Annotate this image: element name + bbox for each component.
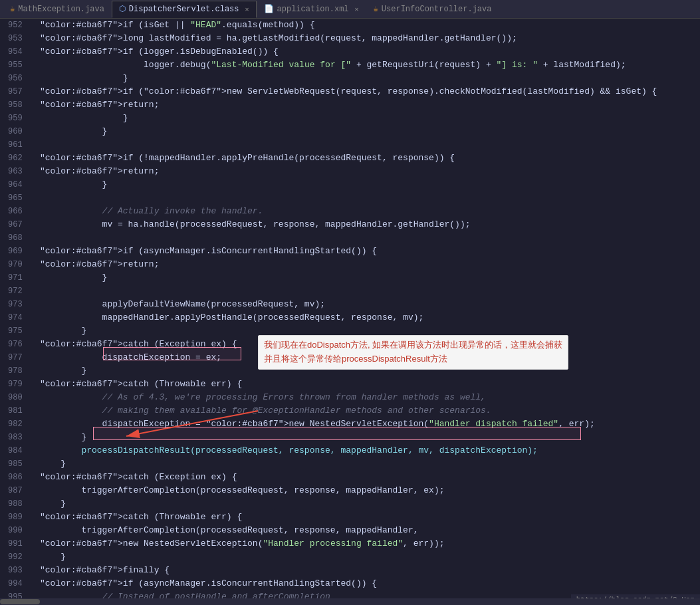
code-line: "color:#cba6f7">return; [40, 165, 700, 178]
code-line: "color:#cba6f7">catch (Throwable err) { [40, 511, 700, 524]
code-line: "color:#cba6f7">if (logger.isDebugEnable… [40, 45, 700, 59]
code-line: applyDefaultViewName(processedRequest, m… [40, 298, 700, 311]
line-number: 967 [8, 218, 29, 231]
line-number: 973 [8, 298, 29, 311]
line-number: 977 [8, 351, 29, 364]
java-icon: ☕ [10, 4, 15, 14]
code-editor: 9529539549559569579589599609619629639649… [0, 19, 700, 605]
line-number: 990 [8, 524, 29, 537]
class-icon: ⬡ [119, 4, 126, 14]
line-number: 972 [8, 285, 29, 298]
code-line: "color:#cba6f7">return; [40, 98, 700, 112]
line-number: 978 [8, 364, 29, 378]
code-line [40, 191, 700, 205]
code-line: processDispatchResult(processedRequest, … [40, 444, 700, 457]
line-number: 959 [8, 112, 29, 125]
code-line: } [40, 550, 700, 564]
line-number: 960 [8, 125, 29, 138]
close-icon[interactable]: ✕ [355, 5, 359, 13]
xml-icon: 📄 [264, 4, 274, 14]
code-line: } [40, 457, 700, 471]
line-number: 956 [8, 72, 29, 85]
line-number: 971 [8, 271, 29, 285]
line-number: 957 [8, 85, 29, 98]
line-number: 991 [8, 537, 29, 550]
line-number: 984 [8, 444, 29, 457]
tab-label: application.xml [277, 5, 349, 14]
tab-label: MathException.java [18, 5, 104, 14]
line-number: 994 [8, 577, 29, 590]
line-number: 974 [8, 311, 29, 324]
code-line: } [40, 125, 700, 138]
line-number: 964 [8, 178, 29, 191]
code-line: "color:#cba6f7">finally { [40, 564, 700, 577]
line-number: 952 [8, 19, 29, 32]
line-number: 975 [8, 324, 29, 338]
line-number: 955 [8, 59, 29, 72]
line-number: 963 [8, 165, 29, 178]
code-line [40, 231, 700, 245]
code-line: dispatchException = "color:#cba6f7">new … [40, 418, 700, 431]
line-number: 966 [8, 205, 29, 218]
code-line: } [40, 112, 700, 125]
line-number: 953 [8, 32, 29, 45]
line-number: 993 [8, 564, 29, 577]
code-line: logger.debug("Last-Modified value for ["… [40, 59, 700, 72]
tab-userinfo[interactable]: ☕ UserInfoController.java [366, 1, 499, 18]
code-line: } [40, 178, 700, 191]
line-number: 962 [8, 152, 29, 165]
java-icon: ☕ [374, 4, 378, 14]
code-content[interactable]: "color:#cba6f7">if (isGet || "HEAD".equa… [35, 19, 700, 605]
code-line: // making them available for @ExceptionH… [40, 404, 700, 418]
code-line [40, 285, 700, 298]
annotation-line2: 并且将这个异常传给processDispatchResult方法 [264, 354, 447, 364]
code-line: } [40, 72, 700, 85]
line-number: 969 [8, 245, 29, 258]
line-numbers: 9529539549559569579589599609619629639649… [0, 19, 35, 605]
code-line: "color:#cba6f7">if (!mappedHandler.apply… [40, 152, 700, 165]
code-line: } [40, 431, 700, 444]
line-number: 970 [8, 258, 29, 271]
code-line: triggerAfterCompletion(processedRequest,… [40, 484, 700, 497]
scrollbar-thumb[interactable] [0, 599, 40, 604]
tab-dispatcherservlet[interactable]: ⬡ DispatcherServlet.class ✕ [112, 1, 257, 18]
code-line: } [40, 497, 700, 511]
line-number: 985 [8, 457, 29, 471]
line-number: 965 [8, 191, 29, 205]
code-line [40, 138, 700, 152]
code-line: "color:#cba6f7">long lastModified = ha.g… [40, 32, 700, 45]
line-number: 989 [8, 511, 29, 524]
line-number: 981 [8, 404, 29, 418]
line-number: 992 [8, 550, 29, 564]
code-line: triggerAfterCompletion(processedRequest,… [40, 524, 700, 537]
code-line: "color:#cba6f7">if (asyncManager.isConcu… [40, 245, 700, 258]
close-icon[interactable]: ✕ [245, 5, 249, 13]
tab-mathexception[interactable]: ☕ MathException.java [3, 1, 112, 18]
code-line: "color:#cba6f7">return; [40, 258, 700, 271]
code-line: "color:#cba6f7">catch (Exception ex) { [40, 471, 700, 484]
horizontal-scrollbar[interactable] [0, 598, 700, 605]
code-line: "color:#cba6f7">catch (Throwable err) { [40, 378, 700, 391]
code-line: // As of 4.3, we're processing Errors th… [40, 391, 700, 404]
line-number: 961 [8, 138, 29, 152]
line-number: 988 [8, 497, 29, 511]
line-number: 983 [8, 431, 29, 444]
line-number: 976 [8, 338, 29, 351]
code-line: mappedHandler.applyPostHandle(processedR… [40, 311, 700, 324]
tab-label: UserInfoController.java [382, 5, 492, 14]
tab-bar: ☕ MathException.java ⬡ DispatcherServlet… [0, 0, 700, 19]
tab-label: DispatcherServlet.class [129, 5, 239, 14]
annotation-popup: 我们现在在doDispatch方法, 如果在调用该方法时出现异常的话，这里就会捕… [258, 335, 568, 370]
line-number: 954 [8, 45, 29, 59]
code-line: "color:#cba6f7">if (isGet || "HEAD".equa… [40, 19, 700, 32]
line-number: 982 [8, 418, 29, 431]
code-line: "color:#cba6f7">if (asyncManager.isConcu… [40, 577, 700, 590]
code-line: } [40, 271, 700, 285]
line-number: 986 [8, 471, 29, 484]
code-line: "color:#cba6f7">if ("color:#cba6f7">new … [40, 85, 700, 98]
line-number: 980 [8, 391, 29, 404]
tab-applicationxml[interactable]: 📄 application.xml ✕ [257, 1, 366, 18]
code-line: "color:#cba6f7">new NestedServletExcepti… [40, 537, 700, 550]
code-line: mv = ha.handle(processedRequest, respons… [40, 218, 700, 231]
line-number: 979 [8, 378, 29, 391]
